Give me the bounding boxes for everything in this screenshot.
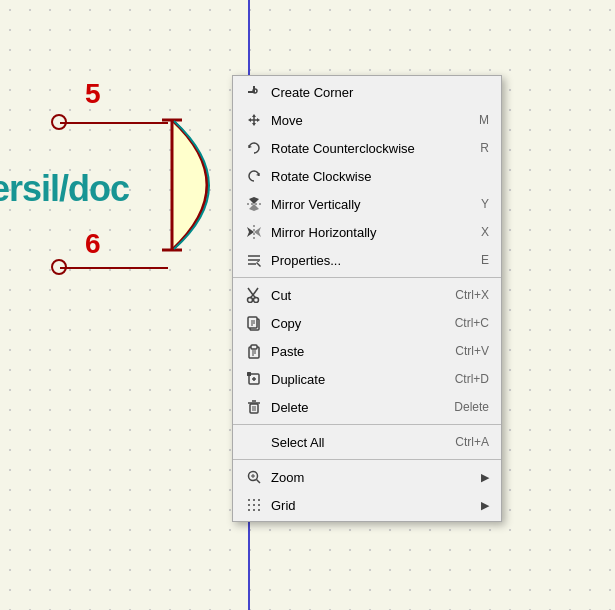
separator-1	[233, 277, 501, 278]
svg-rect-33	[250, 404, 258, 413]
svg-line-15	[248, 288, 253, 295]
svg-point-13	[248, 298, 253, 303]
shortcut-mirror-h: X	[481, 225, 489, 239]
paste-icon	[245, 342, 263, 360]
menu-item-duplicate[interactable]: Duplicate Ctrl+D	[233, 365, 501, 393]
pin-label-6: 6	[85, 228, 101, 260]
menu-item-select-all[interactable]: Select All Ctrl+A	[233, 428, 501, 456]
shortcut-mirror-v: Y	[481, 197, 489, 211]
grid-icon	[245, 496, 263, 514]
background-text: ersil/doc	[0, 168, 129, 210]
svg-line-16	[253, 288, 258, 295]
menu-label-create-corner: Create Corner	[271, 85, 489, 100]
svg-point-42	[248, 499, 250, 501]
shortcut-select-all: Ctrl+A	[455, 435, 489, 449]
svg-point-48	[248, 509, 250, 511]
duplicate-icon	[245, 370, 263, 388]
menu-item-properties[interactable]: Properties... E	[233, 246, 501, 274]
menu-label-cut: Cut	[271, 288, 447, 303]
mirror-h-icon	[245, 223, 263, 241]
pin-circle-bottom	[51, 259, 67, 275]
delete-icon	[245, 398, 263, 416]
menu-label-rotate-cw: Rotate Clockwise	[271, 169, 489, 184]
grid-submenu-arrow: ▶	[481, 499, 489, 512]
cut-icon	[245, 286, 263, 304]
properties-icon	[245, 251, 263, 269]
svg-point-14	[254, 298, 259, 303]
shortcut-cut: Ctrl+X	[455, 288, 489, 302]
svg-line-39	[257, 480, 261, 484]
svg-point-45	[248, 504, 250, 506]
menu-label-move: Move	[271, 113, 471, 128]
menu-item-zoom[interactable]: Zoom ▶	[233, 463, 501, 491]
menu-label-select-all: Select All	[271, 435, 447, 450]
menu-label-rotate-ccw: Rotate Counterclockwise	[271, 141, 472, 156]
pin-label-5: 5	[85, 78, 101, 110]
menu-item-rotate-cw[interactable]: Rotate Clockwise	[233, 162, 501, 190]
shortcut-duplicate: Ctrl+D	[455, 372, 489, 386]
menu-label-grid: Grid	[271, 498, 469, 513]
pin-line-bottom	[60, 267, 168, 269]
rotate-cw-icon	[245, 167, 263, 185]
menu-item-copy[interactable]: Copy Ctrl+C	[233, 309, 501, 337]
menu-label-paste: Paste	[271, 344, 447, 359]
mirror-v-icon	[245, 195, 263, 213]
menu-item-mirror-h[interactable]: Mirror Horizontally X	[233, 218, 501, 246]
menu-label-mirror-v: Mirror Vertically	[271, 197, 473, 212]
zoom-icon	[245, 468, 263, 486]
menu-label-copy: Copy	[271, 316, 447, 331]
shortcut-move: M	[479, 113, 489, 127]
zoom-submenu-arrow: ▶	[481, 471, 489, 484]
svg-point-49	[253, 509, 255, 511]
svg-rect-25	[251, 345, 257, 349]
corner-icon	[245, 83, 263, 101]
menu-item-cut[interactable]: Cut Ctrl+X	[233, 281, 501, 309]
shortcut-rotate-ccw: R	[480, 141, 489, 155]
svg-line-18	[253, 295, 256, 298]
select-all-icon	[245, 433, 263, 451]
menu-label-mirror-h: Mirror Horizontally	[271, 225, 473, 240]
menu-item-delete[interactable]: Delete Delete	[233, 393, 501, 421]
menu-item-move[interactable]: Move M	[233, 106, 501, 134]
separator-2	[233, 424, 501, 425]
menu-item-paste[interactable]: Paste Ctrl+V	[233, 337, 501, 365]
shortcut-copy: Ctrl+C	[455, 316, 489, 330]
rotate-ccw-icon	[245, 139, 263, 157]
copy-icon	[245, 314, 263, 332]
menu-item-create-corner[interactable]: Create Corner	[233, 78, 501, 106]
menu-label-zoom: Zoom	[271, 470, 469, 485]
svg-point-50	[258, 509, 260, 511]
context-menu: Create Corner Move M Rotate Counterclock…	[232, 75, 502, 522]
menu-item-mirror-v[interactable]: Mirror Vertically Y	[233, 190, 501, 218]
svg-point-47	[258, 504, 260, 506]
pin-line-top	[60, 122, 168, 124]
menu-label-properties: Properties...	[271, 253, 473, 268]
svg-point-44	[258, 499, 260, 501]
shortcut-delete: Delete	[454, 400, 489, 414]
svg-point-46	[253, 504, 255, 506]
menu-label-duplicate: Duplicate	[271, 372, 447, 387]
svg-point-43	[253, 499, 255, 501]
menu-item-rotate-ccw[interactable]: Rotate Counterclockwise R	[233, 134, 501, 162]
shortcut-paste: Ctrl+V	[455, 344, 489, 358]
pin-circle-top	[51, 114, 67, 130]
shortcut-properties: E	[481, 253, 489, 267]
menu-label-delete: Delete	[271, 400, 446, 415]
menu-item-grid[interactable]: Grid ▶	[233, 491, 501, 519]
separator-3	[233, 459, 501, 460]
svg-rect-32	[247, 372, 251, 376]
move-icon	[245, 111, 263, 129]
